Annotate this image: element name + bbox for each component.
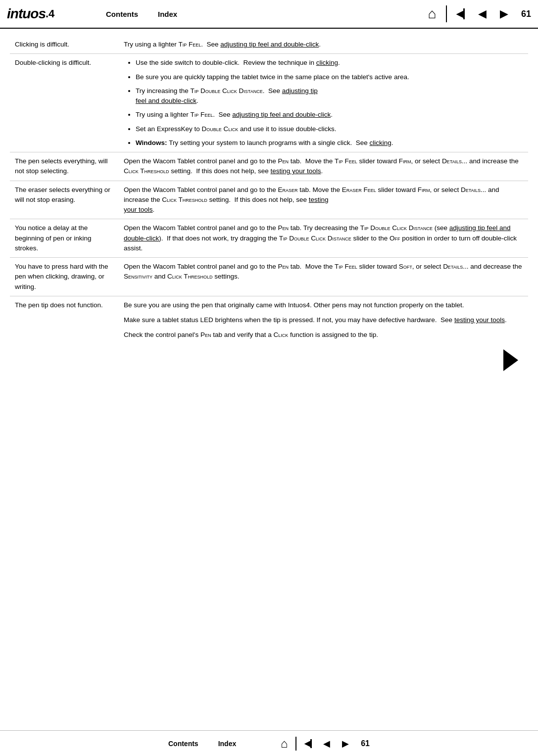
next-page-icon[interactable]: ▶ (494, 4, 514, 24)
list-item: Try using a lighter Tip Feel. See adjust… (136, 110, 523, 120)
solution-cell: Try using a lighter Tip Feel. See adjust… (119, 36, 528, 54)
table-row: You notice a delay at the beginning of p… (10, 219, 528, 258)
home-icon[interactable]: ⌂ (422, 4, 442, 24)
clicking-link-2[interactable]: clicking (370, 139, 391, 146)
contents-link[interactable]: Contents (106, 10, 138, 18)
footer-home-icon[interactable]: ⌂ (276, 735, 293, 752)
testing-your-tools-link-2[interactable]: testingyour tools (124, 196, 328, 213)
list-item: Be sure you are quickly tapping the tabl… (136, 72, 523, 82)
problem-cell: You notice a delay at the beginning of p… (10, 219, 119, 258)
problem-cell: Clicking is difficult. (10, 36, 119, 54)
footer-page-number: 61 (361, 739, 370, 748)
solution-block-1: Be sure you are using the pen that origi… (124, 300, 523, 310)
footer-first-page-icon[interactable]: ◀ (299, 735, 316, 752)
solution-cell: Use the side switch to double-click. Rev… (119, 54, 528, 152)
table-row: The pen tip does not function. Be sure y… (10, 296, 528, 344)
nav-divider-1 (446, 5, 447, 22)
problem-cell: You have to press hard with the pen when… (10, 258, 119, 296)
table-row: Double-clicking is difficult. Use the si… (10, 54, 528, 152)
index-link[interactable]: Index (158, 10, 177, 18)
solution-cell: Open the Wacom Tablet control panel and … (119, 258, 528, 296)
footer: Contents Index ⌂ ◀ ◀ ▶ 61 (0, 730, 538, 756)
solution-block-2: Make sure a tablet status LED brightens … (124, 315, 523, 325)
table-row: The eraser selects everything or will no… (10, 181, 528, 219)
testing-your-tools-link-3[interactable]: testing your tools (454, 316, 505, 324)
problem-cell: The pen selects everything, will not sto… (10, 152, 119, 181)
footer-prev-page-icon[interactable]: ◀ (318, 735, 335, 752)
table-row: Clicking is difficult. Try using a light… (10, 36, 528, 54)
logo-area: intuos .4 (7, 6, 96, 22)
table-row: You have to press hard with the pen when… (10, 258, 528, 296)
footer-contents-link[interactable]: Contents (168, 740, 198, 748)
solution-cell: Open the Wacom Tablet control panel and … (119, 152, 528, 181)
header: intuos .4 Contents Index ⌂ ◀ ◀ ▶ 61 (0, 0, 538, 29)
solution-list: Use the side switch to double-click. Rev… (124, 58, 523, 148)
testing-your-tools-link-1[interactable]: testing your tools (270, 167, 321, 175)
solution-block-3: Check the control panel's Pen tab and ve… (124, 330, 523, 340)
clicking-link-1[interactable]: clicking (316, 59, 338, 66)
next-page-arrow-area (10, 344, 528, 371)
problem-cell: Double-clicking is difficult. (10, 54, 119, 152)
logo-text: intuos (7, 6, 46, 22)
list-item: Set an ExpressKey to Double Click and us… (136, 124, 523, 134)
footer-divider-1 (295, 737, 296, 751)
footer-next-page-icon[interactable]: ▶ (337, 735, 354, 752)
problem-cell: The pen tip does not function. (10, 296, 119, 344)
main-content: Clicking is difficult. Try using a light… (0, 29, 538, 381)
adjusting-tip-feel-link-3[interactable]: adjusting tip feel and double-click (232, 111, 331, 118)
solution-cell: Open the Wacom Tablet control panel and … (119, 181, 528, 219)
solution-cell: Be sure you are using the pen that origi… (119, 296, 528, 344)
solution-cell: Open the Wacom Tablet control panel and … (119, 219, 528, 258)
first-page-icon[interactable]: ◀ (451, 4, 471, 24)
table-row: The pen selects everything, will not sto… (10, 152, 528, 181)
prev-page-icon[interactable]: ◀ (473, 4, 492, 24)
list-item: Use the side switch to double-click. Rev… (136, 58, 523, 68)
next-arrow-icon[interactable] (503, 349, 518, 371)
problem-cell: The eraser selects everything or will no… (10, 181, 119, 219)
list-item: Try increasing the Tip Double Click Dist… (136, 86, 523, 106)
troubleshooting-table: Clicking is difficult. Try using a light… (10, 36, 528, 344)
footer-index-link[interactable]: Index (218, 740, 237, 748)
list-item: Windows: Try setting your system to laun… (136, 138, 523, 148)
adjusting-tip-feel-link-1[interactable]: adjusting tip feel and double-click (220, 41, 319, 48)
page-number: 61 (521, 9, 531, 19)
logo-sub: .4 (46, 7, 54, 20)
